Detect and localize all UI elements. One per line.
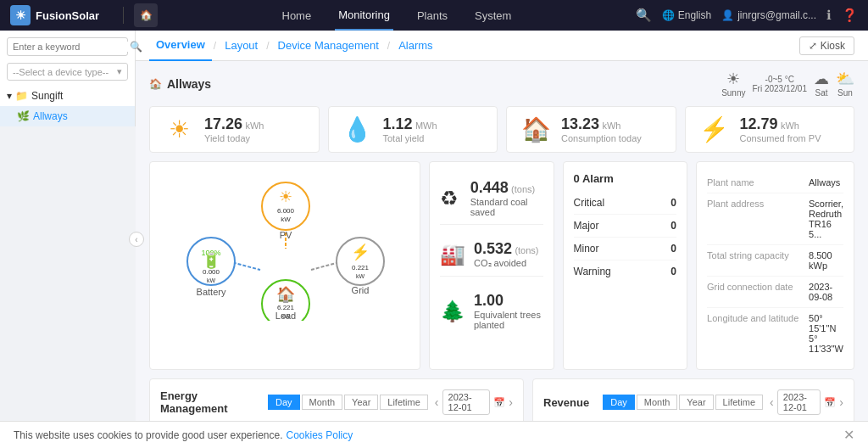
yield-icon: ☀ <box>162 115 196 143</box>
revenue-tab-year[interactable]: Year <box>679 395 713 410</box>
plant-address-label: Plant address <box>707 199 809 239</box>
revenue-next-btn[interactable]: › <box>839 395 843 409</box>
sidebar-wrapper: 🔍 --Select a device type-- ▾ ▾ 📁 Sungift… <box>0 31 136 448</box>
revenue-date-display[interactable]: 2023-12-01 <box>777 389 821 415</box>
top-navigation: ☀ FusionSolar 🏠 Home Monitoring Plants S… <box>0 0 868 31</box>
cookie-bar: This website uses cookies to provide goo… <box>136 421 868 448</box>
device-type-label: --Select a device type-- <box>13 67 108 77</box>
revenue-chart-title: Revenue <box>543 396 589 409</box>
energy-chart-nav: ‹ 2023-12-01 📅 › <box>435 389 513 415</box>
alarm-major-label: Major <box>574 220 599 232</box>
expand-icon: ▾ <box>7 90 12 102</box>
nav-item-plants[interactable]: Plants <box>414 0 451 31</box>
svg-text:0.000: 0.000 <box>203 268 220 276</box>
stat-yield-today: ☀ 17.26 kWh Yield today <box>149 106 320 153</box>
main-content-row: ☀ 6.000 kW PV 100% 🔋 0.000 kW Battery <box>149 161 854 370</box>
info-icon[interactable]: ℹ <box>826 8 832 23</box>
svg-text:🔋: 🔋 <box>202 251 221 270</box>
consumed-pv-icon: ⚡ <box>698 115 732 143</box>
search-input[interactable] <box>13 42 130 52</box>
svg-text:☀: ☀ <box>279 188 292 205</box>
energy-tab-month[interactable]: Month <box>302 395 343 410</box>
info-grid-connection: Grid connection date 2023-09-08 <box>707 277 843 308</box>
help-icon[interactable]: ❓ <box>842 8 858 23</box>
energy-tab-year[interactable]: Year <box>344 395 378 410</box>
trees-value: 1.00 <box>474 292 504 309</box>
total-yield-label: Total yield <box>383 133 437 143</box>
revenue-tab-month[interactable]: Month <box>637 395 678 410</box>
logo[interactable]: ☀ FusionSolar <box>10 5 99 25</box>
plant-info-card: Plant name Allways Plant address Scorrie… <box>696 161 854 370</box>
energy-tab-day[interactable]: Day <box>268 395 300 410</box>
kiosk-icon: ⤢ <box>809 40 817 52</box>
alarm-minor-count: 0 <box>670 243 676 255</box>
revenue-prev-btn[interactable]: ‹ <box>770 395 774 409</box>
weather-bar: ☀ Sunny -0~5 °C Fri 2023/12/01 ☁ Sat <box>721 70 854 98</box>
temp-value: -0~5 °C <box>765 75 794 84</box>
chevron-down-icon: ▾ <box>117 66 122 77</box>
alarm-warning-count: 0 <box>670 266 676 277</box>
revenue-calendar-icon[interactable]: 📅 <box>824 397 836 408</box>
search-icon[interactable]: 🔍 <box>636 8 652 23</box>
home-nav-icon[interactable]: 🏠 <box>134 3 158 27</box>
sidebar-item-sungift[interactable]: ▾ 📁 Sungift <box>0 86 135 106</box>
energy-next-btn[interactable]: › <box>509 395 513 409</box>
stat-value-row: 13.23 kWh <box>561 115 642 133</box>
cookie-close-button[interactable]: ✕ <box>843 427 854 443</box>
folder-icon: 📁 <box>15 90 28 102</box>
consumed-pv-label: Consumed from PV <box>740 133 821 143</box>
tab-layout[interactable]: Layout <box>218 31 264 61</box>
nav-item-home[interactable]: Home <box>279 0 315 31</box>
cookie-policy-link[interactable]: Cookies Policy <box>287 429 353 441</box>
user-menu[interactable]: 👤 jinrgrs@gmail.c... <box>721 9 816 21</box>
search-icon: 🔍 <box>130 41 142 53</box>
load-label: Load <box>275 311 296 321</box>
kiosk-button[interactable]: ⤢ Kiosk <box>799 36 854 55</box>
stats-row: ☀ 17.26 kWh Yield today 💧 1.12 <box>149 106 854 153</box>
device-type-select[interactable]: --Select a device type-- ▾ <box>7 63 128 81</box>
revenue-chart-tabs: Day Month Year Lifetime <box>603 395 763 410</box>
energy-tab-lifetime[interactable]: Lifetime <box>380 395 428 410</box>
weather-condition: Sunny <box>721 88 745 98</box>
language-selector[interactable]: 🌐 English <box>662 9 711 21</box>
consumption-label: Consumption today <box>561 133 642 143</box>
stat-value-row: 1.12 MWh <box>383 115 437 133</box>
flow-diagram: ☀ 6.000 kW PV 100% 🔋 0.000 kW Battery <box>160 172 409 321</box>
co2-unit: (tons) <box>515 245 538 255</box>
calendar-icon[interactable]: 📅 <box>493 397 505 408</box>
tab-device-management[interactable]: Device Management <box>271 31 386 61</box>
svg-text:Battery: Battery <box>197 287 226 297</box>
svg-text:kW: kW <box>207 277 216 283</box>
sidebar-item-allways[interactable]: 🌿 Allways <box>0 106 135 126</box>
sub-nav-right: ⤢ Kiosk <box>799 36 854 55</box>
energy-date-display[interactable]: 2023-12-01 <box>442 389 491 415</box>
tab-overview[interactable]: Overview <box>149 31 212 61</box>
energy-chart-header: Energy Management Day Month Year Lifetim… <box>160 389 513 415</box>
nav-center-items: Home Monitoring Plants System <box>158 0 636 31</box>
cloudy-icon: ☁ <box>814 70 829 88</box>
nav-item-system[interactable]: System <box>471 0 515 31</box>
co2-label: CO₂ avoided <box>474 258 539 269</box>
yield-value: 17.26 <box>204 115 242 132</box>
yield-label: Yield today <box>204 133 264 143</box>
sun-icon: ☀ <box>726 70 740 88</box>
sidebar-search[interactable]: 🔍 <box>7 37 128 56</box>
sidebar-collapse-handle[interactable]: ‹ <box>129 232 144 247</box>
nav-item-monitoring[interactable]: Monitoring <box>335 0 393 31</box>
alarm-minor: Minor 0 <box>574 238 677 260</box>
partly-cloudy-icon: ⛅ <box>836 70 854 88</box>
alarm-minor-label: Minor <box>574 243 599 255</box>
coal-value: 0.448 <box>470 179 509 196</box>
plant-title: Allways <box>167 77 211 91</box>
energy-prev-btn[interactable]: ‹ <box>435 395 439 409</box>
env-coal: ♻ 0.448 (tons) Standard coal saved <box>440 172 543 225</box>
revenue-tab-day[interactable]: Day <box>603 395 635 410</box>
tab-alarms[interactable]: Alarms <box>392 31 439 61</box>
consumed-pv-value: 12.79 <box>740 115 778 132</box>
revenue-tab-lifetime[interactable]: Lifetime <box>715 395 764 410</box>
plant-name-value: Allways <box>809 177 840 188</box>
info-plant-name: Plant name Allways <box>707 172 843 193</box>
yield-unit: kWh <box>245 120 264 131</box>
sun-label: Sun <box>837 88 853 98</box>
alarm-critical: Critical 0 <box>574 192 677 215</box>
